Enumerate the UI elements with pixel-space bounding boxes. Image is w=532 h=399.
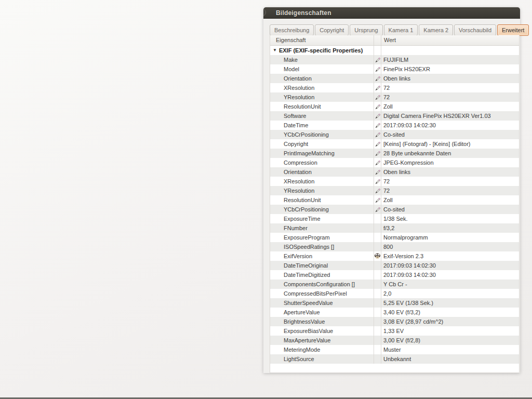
property-value: Y Cb Cr - — [381, 280, 519, 289]
notebook-tabbar: BeschreibungCopyrightUrsprungKamera 1Kam… — [270, 24, 529, 36]
table-row[interactable]: MeteringModeMuster — [270, 345, 519, 354]
icon-cell-empty — [374, 317, 381, 326]
table-row[interactable]: CompressedBitsPerPixel2,0 — [270, 289, 519, 298]
table-row[interactable]: ApertureValue3,40 EV (f/3,2) — [270, 308, 519, 317]
property-name: XResolution — [270, 177, 374, 186]
icon-cell-empty — [374, 242, 381, 251]
table-row[interactable]: ComponentsConfiguration []Y Cb Cr - — [270, 280, 519, 289]
table-row[interactable]: YCbCrPositioningCo-sited — [270, 205, 519, 214]
property-name: ExposureProgram — [270, 233, 374, 242]
property-value: 5,25 EV (1/38 Sek.) — [381, 298, 519, 308]
tab-copyright[interactable]: Copyright — [315, 24, 349, 36]
icon-cell-empty — [374, 233, 381, 242]
tab-ursprung[interactable]: Ursprung — [350, 24, 382, 36]
property-value: Oben links — [381, 74, 519, 83]
table-row[interactable]: LightSourceUnbekannt — [270, 354, 519, 364]
group-header-row[interactable]: ▼EXIF (EXIF-specific Properties) — [270, 46, 519, 55]
tab-erweitert[interactable]: Erweitert — [497, 24, 529, 36]
property-name: ExposureBiasValue — [270, 326, 374, 336]
property-value: Co-sited — [381, 205, 519, 214]
table-row[interactable]: CompressionJPEG-Kompression — [270, 158, 519, 167]
table-row[interactable]: XResolution72 — [270, 177, 519, 186]
icon-cell-empty — [374, 298, 381, 308]
pencil-icon — [374, 195, 381, 205]
property-value: 2,0 — [381, 289, 519, 298]
property-value: Oben links — [381, 167, 519, 177]
property-value: 28 Byte unbekannte Daten — [381, 149, 519, 158]
window-titlebar[interactable]: Bildeigenschaften — [263, 7, 520, 19]
icon-cell-empty — [374, 270, 381, 280]
property-name: MeteringMode — [270, 345, 374, 354]
pencil-icon — [374, 205, 381, 214]
table-row[interactable]: DateTimeDigitized2017:09:03 14:02:30 — [270, 270, 519, 280]
table-row[interactable]: XResolution72 — [270, 83, 519, 92]
icon-cell-empty — [374, 336, 381, 345]
property-value: 1/38 Sek. — [381, 214, 519, 223]
icon-cell-empty — [374, 354, 381, 364]
table-row[interactable]: ResolutionUnitZoll — [270, 102, 519, 111]
icon-cell-empty — [374, 261, 381, 270]
property-value: FinePix HS20EXR — [381, 64, 519, 74]
tab-beschreibung[interactable]: Beschreibung — [270, 24, 314, 36]
property-name: YResolution — [270, 186, 374, 195]
pencil-icon — [374, 83, 381, 92]
tab-vorschaubild[interactable]: Vorschaubild — [454, 24, 496, 36]
icon-cell-empty — [374, 345, 381, 354]
table-row[interactable]: SoftwareDigital Camera FinePix HS20EXR V… — [270, 111, 519, 121]
group-title: EXIF (EXIF-specific Properties) — [279, 46, 363, 55]
table-row[interactable]: MakeFUJIFILM — [270, 55, 519, 64]
pencil-icon — [374, 167, 381, 177]
table-row[interactable]: ExposureBiasValue1,33 EV — [270, 326, 519, 336]
table-row[interactable]: ResolutionUnitZoll — [270, 195, 519, 205]
table-row[interactable]: OrientationOben links — [270, 167, 519, 177]
icon-cell-empty — [374, 214, 381, 223]
property-name: ApertureValue — [270, 308, 374, 317]
table-row[interactable]: FNumberf/3,2 — [270, 223, 519, 233]
image-properties-dialog: Bildeigenschaften BeschreibungCopyrightU… — [263, 7, 520, 373]
property-value: JPEG-Kompression — [381, 158, 519, 167]
table-row[interactable]: DateTimeOriginal2017:09:03 14:02:30 — [270, 261, 519, 270]
property-name: Compression — [270, 158, 374, 167]
table-row[interactable]: Copyright[Keins] (Fotograf) - [Keins] (E… — [270, 139, 519, 149]
property-value: f/3,2 — [381, 223, 519, 233]
property-value: Exif-Version 2.3 — [381, 251, 519, 261]
icon-cell-empty — [374, 289, 381, 298]
property-name: ResolutionUnit — [270, 102, 374, 111]
property-value: 72 — [381, 92, 519, 102]
property-value: Digital Camera FinePix HS20EXR Ver1.03 — [381, 111, 519, 121]
property-name: ComponentsConfiguration [] — [270, 280, 374, 289]
property-name: DateTimeOriginal — [270, 261, 374, 270]
pencil-icon — [374, 111, 381, 121]
table-row[interactable]: ModelFinePix HS20EXR — [270, 64, 519, 74]
property-name: Make — [270, 55, 374, 64]
property-name: Orientation — [270, 167, 374, 177]
property-value: 72 — [381, 177, 519, 186]
table-row[interactable]: MaxApertureValue3,00 EV (f/2,8) — [270, 336, 519, 345]
table-row[interactable]: ShutterSpeedValue5,25 EV (1/38 Sek.) — [270, 298, 519, 308]
property-name: Copyright — [270, 139, 374, 149]
tab-kamera-1[interactable]: Kamera 1 — [384, 24, 418, 36]
table-row[interactable]: OrientationOben links — [270, 74, 519, 83]
property-name: YCbCrPositioning — [270, 205, 374, 214]
pencil-icon — [374, 186, 381, 195]
table-row[interactable]: YCbCrPositioningCo-sited — [270, 130, 519, 139]
table-row[interactable]: DateTime2017:09:03 14:02:30 — [270, 121, 519, 130]
tab-kamera-2[interactable]: Kamera 2 — [419, 24, 453, 36]
table-row[interactable]: ExposureProgramNormalprogramm — [270, 233, 519, 242]
table-row[interactable]: YResolution72 — [270, 92, 519, 102]
column-header-value: Wert — [381, 35, 519, 45]
table-row[interactable]: BrightnessValue3,08 EV (28,97 cd/m^2) — [270, 317, 519, 326]
property-name: Orientation — [270, 74, 374, 83]
table-row[interactable]: ExposureTime1/38 Sek. — [270, 214, 519, 223]
table-row[interactable]: YResolution72 — [270, 186, 519, 195]
property-name: YResolution — [270, 92, 374, 102]
property-name: ExifVersion — [270, 251, 374, 261]
property-value: Muster — [381, 345, 519, 354]
property-value: Zoll — [381, 102, 519, 111]
pencil-icon — [374, 158, 381, 167]
table-row[interactable]: PrintImageMatching28 Byte unbekannte Dat… — [270, 149, 519, 158]
property-name: ExposureTime — [270, 214, 374, 223]
table-row[interactable]: ISOSpeedRatings []800 — [270, 242, 519, 251]
table-row[interactable]: ExifVersionExif-Version 2.3 — [270, 251, 519, 261]
expander-triangle-icon[interactable]: ▼ — [273, 46, 277, 55]
